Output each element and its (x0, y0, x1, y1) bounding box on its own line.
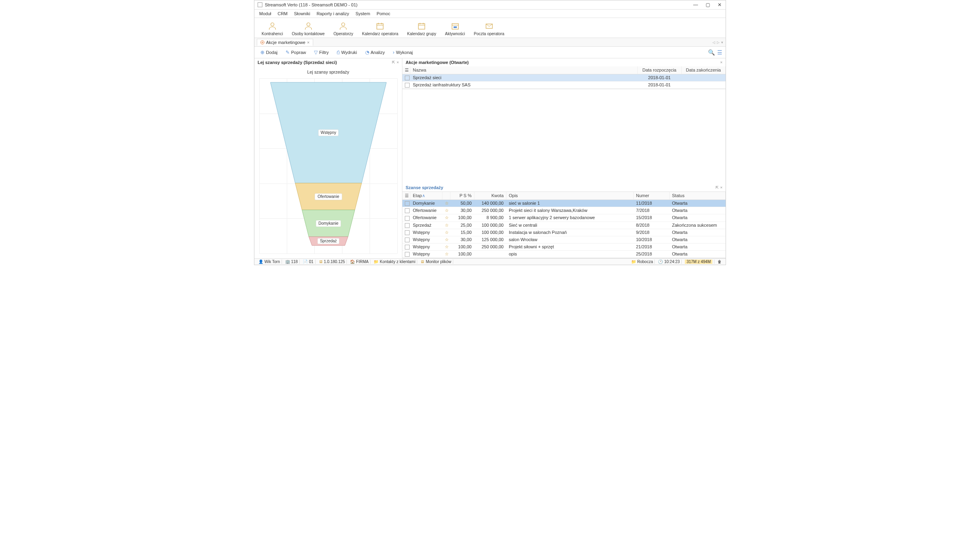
menu-icon[interactable]: ☰ (717, 49, 722, 56)
star-icon[interactable]: ☆ (445, 230, 449, 235)
cell-etap: Domykanie (410, 200, 442, 207)
panel-close-icon[interactable]: × (397, 60, 399, 64)
menu-crm[interactable]: CRM (275, 10, 290, 17)
cell-numer: 9/2018 (634, 229, 670, 236)
star-icon[interactable]: ☆ (445, 215, 449, 220)
star-icon[interactable]: ☆ (445, 237, 449, 242)
star-icon[interactable]: ☆ (445, 201, 449, 206)
target-icon (260, 40, 264, 44)
status-mem: 317M z 494M (685, 260, 712, 264)
svg-rect-3 (377, 24, 383, 29)
minimize-button[interactable]: — (693, 2, 698, 8)
analizy-button[interactable]: ◔Analizy (362, 48, 388, 56)
menu-raporty[interactable]: Raporty i analizy (314, 10, 351, 17)
checkbox[interactable] (405, 83, 410, 88)
status-kontakty: Kontakty z klientami (380, 260, 415, 264)
doc-icon: 📄 (303, 260, 308, 264)
ribbon-kontrahenci[interactable]: Kontrahenci (258, 20, 287, 37)
column-select[interactable]: ☰ (402, 192, 410, 200)
cell-opis: 1 serwer aplikacyjny 2 serwery bazodanow… (506, 214, 634, 221)
maximize-button[interactable]: ▢ (705, 2, 710, 8)
ribbon-kalendarz-grupy[interactable]: Kalendarz grupy (403, 20, 440, 37)
dodaj-button[interactable]: ⊕Dodaj (258, 48, 280, 56)
panel-close-icon[interactable]: × (720, 186, 722, 190)
table-row[interactable]: Wstępny☆30,00125 000,00salon Wrocław10/2… (402, 236, 726, 244)
checkbox[interactable] (405, 252, 410, 257)
checkbox[interactable] (405, 76, 410, 80)
tab-nav-next[interactable]: ▷ (717, 40, 720, 44)
column-ps[interactable]: P S % (450, 192, 474, 200)
cell-numer: 25/2018 (634, 251, 670, 258)
ribbon-aktywnosci[interactable]: Aktywności (441, 20, 469, 37)
tool-label: Filtry (319, 50, 329, 55)
column-data-rozp[interactable]: Data rozpoczęcia (638, 66, 682, 74)
panel-pin-icon[interactable]: ⇱ (716, 186, 719, 190)
menu-pomoc[interactable]: Pomoc (374, 10, 392, 17)
column-numer[interactable]: Numer (634, 192, 670, 200)
star-icon[interactable]: ☆ (445, 208, 449, 213)
wykonaj-button[interactable]: ›Wykonaj (390, 48, 416, 56)
checkbox[interactable] (405, 245, 410, 250)
column-data-zak[interactable]: Data zakończenia (682, 66, 726, 74)
trash-icon[interactable]: 🗑 (718, 260, 722, 264)
checkbox[interactable] (405, 238, 410, 242)
funnel-stage-label: Ofertowanie (318, 194, 339, 199)
app-window: Streamsoft Verto (118 - Streamsoft DEMO … (254, 0, 726, 265)
tab-nav-prev[interactable]: ◁ (712, 40, 715, 44)
menu-system[interactable]: System (353, 10, 373, 17)
filtry-button[interactable]: ▽Filtry (311, 48, 332, 56)
table-row[interactable]: Sprzedaż sieci2018-01-01 (402, 74, 726, 82)
building-icon: 🏢 (285, 260, 290, 264)
table-row[interactable]: Sprzedaż ianfrastruktury SAS2018-01-01 (402, 82, 726, 89)
column-etap[interactable]: Etap∧ (410, 192, 442, 200)
funnel-stage-label: Sprzedaż (320, 239, 336, 243)
panel-pin-icon[interactable]: ⇱ (392, 60, 395, 64)
search-icon[interactable]: 🔍 (708, 49, 715, 56)
column-opis[interactable]: Opis (506, 192, 634, 200)
table-row[interactable]: Domykanie☆50,00140 000,00sieć w salonie … (402, 200, 726, 207)
wydruki-button[interactable]: ⎙Wydruki (334, 48, 360, 56)
popraw-button[interactable]: ✎Popraw (283, 48, 309, 56)
close-button[interactable]: ✕ (717, 2, 722, 8)
checkbox[interactable] (405, 216, 410, 221)
status-time: 10:24:23 (664, 260, 680, 264)
cell-status: Otwarta (670, 229, 726, 236)
star-icon[interactable]: ☆ (445, 223, 449, 228)
panel-close-icon[interactable]: × (720, 60, 722, 64)
table-row[interactable]: Wstępny☆100,00250 000,00Projekt siłowni … (402, 244, 726, 251)
checkbox[interactable] (405, 208, 410, 213)
cell-status: Otwarta (670, 236, 726, 243)
table-row[interactable]: Sprzedaż☆25,00100 000,00Sieć w centrali8… (402, 222, 726, 229)
table-row[interactable]: Wstępny☆15,00100 000,00Instalacja w salo… (402, 229, 726, 236)
campaigns-table: Akcje marketingowe (Otwarte) × ☰ Nazwa D… (402, 58, 726, 89)
ribbon-poczta[interactable]: Poczta operatora (470, 20, 508, 37)
checkbox[interactable] (405, 230, 410, 235)
column-select[interactable]: ☰ (402, 66, 410, 74)
ribbon-osoby[interactable]: Osoby kontaktowe (288, 20, 328, 37)
filter-icon: ▽ (314, 50, 318, 55)
menu-modul[interactable]: Moduł (257, 10, 274, 17)
window-title: Streamsoft Verto (118 - Streamsoft DEMO … (265, 2, 358, 7)
table-row[interactable]: Ofertowanie☆30,00250 000,00Projekt sieci… (402, 207, 726, 214)
column-status[interactable]: Status (670, 192, 726, 200)
star-icon[interactable]: ☆ (445, 252, 449, 256)
svg-rect-13 (454, 26, 457, 28)
cell-data-rozp: 2018-01-01 (638, 82, 682, 88)
table-row[interactable]: Wstępny☆100,00opis25/2018Otwarta (402, 251, 726, 258)
ribbon-kalendarz-operatora[interactable]: Kalendarz operatora (358, 20, 402, 37)
menu-slowniki[interactable]: Słowniki (292, 10, 312, 17)
ribbon-label: Operatorzy (334, 32, 353, 36)
table-row[interactable]: Ofertowanie☆100,008 900,001 serwer aplik… (402, 214, 726, 222)
tab-akcje-marketingowe[interactable]: Akcje marketingowe × (257, 39, 313, 46)
cell-ps: 100,00 (450, 244, 474, 250)
ribbon-operatorzy[interactable]: Operatorzy (330, 20, 357, 37)
column-kwota[interactable]: Kwota (474, 192, 506, 200)
cell-ps: 30,00 (450, 236, 474, 243)
star-icon[interactable]: ☆ (445, 244, 449, 249)
checkbox[interactable] (405, 201, 410, 206)
checkbox[interactable] (405, 223, 410, 228)
column-star[interactable] (442, 192, 450, 200)
tab-close-button[interactable]: × (307, 40, 309, 45)
tab-list-button[interactable]: ▾ (721, 40, 723, 44)
column-nazwa[interactable]: Nazwa (410, 66, 638, 74)
